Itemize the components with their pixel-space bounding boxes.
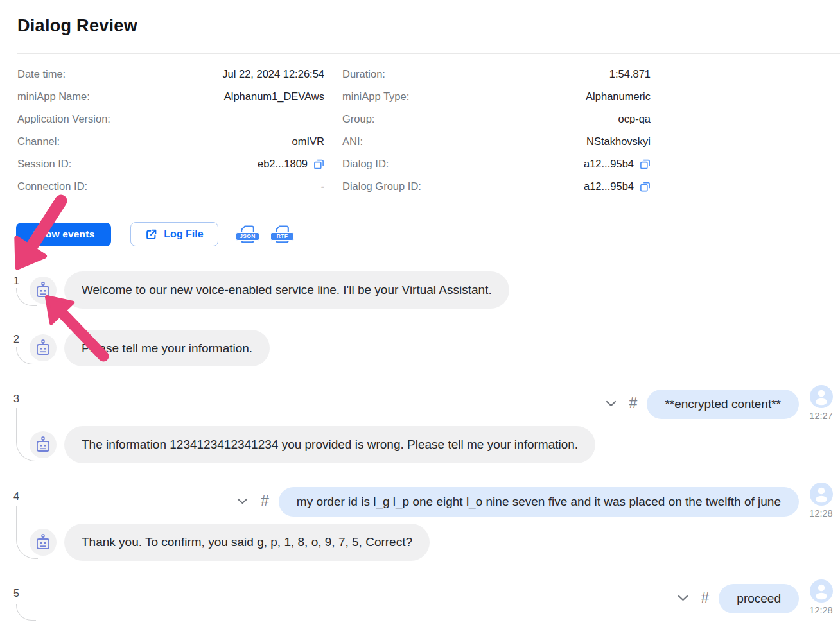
message-timestamp: 12:28	[809, 508, 832, 518]
show-events-button[interactable]: Show events	[16, 223, 111, 246]
meta-row-connection-id: Connection ID: -	[17, 175, 324, 198]
user-message-bubble: **encrypted content**	[647, 390, 799, 419]
page-title: Dialog Review	[17, 16, 840, 36]
chevron-down-icon	[606, 400, 617, 407]
meta-value: eb2...1809	[258, 158, 308, 170]
user-avatar-column: 12:27	[809, 385, 833, 421]
meta-value: Alphanumeric	[586, 90, 651, 103]
meta-row-dialog-id: Dialog ID: a12...95b4	[324, 153, 651, 175]
toolbar: Show events Log File JSON RTF	[16, 222, 840, 246]
expand-message-button[interactable]	[237, 498, 248, 504]
expand-message-button[interactable]	[678, 595, 688, 601]
dialog-turn-5: 5 # proceed 12:28	[0, 584, 840, 615]
hash-icon[interactable]: #	[261, 492, 269, 510]
bot-message-bubble: Welcome to our new voice-enabled service…	[64, 271, 509, 309]
robot-icon	[35, 282, 51, 298]
meta-label: miniApp Type:	[342, 90, 409, 103]
meta-row-channel: Channel: omIVR	[17, 130, 324, 153]
meta-value: Alphanum1_DEVAws	[224, 90, 324, 103]
robot-icon	[35, 339, 51, 356]
meta-row-duration: Duration: 1:54.871	[324, 63, 651, 85]
meta-row-session-id: Session ID: eb2...1809	[17, 153, 324, 175]
meta-label: Dialog Group ID:	[342, 180, 421, 193]
turn-number: 1	[13, 275, 19, 287]
bot-message-row: Please tell me your information.	[30, 330, 840, 367]
turn-bracket	[16, 506, 38, 559]
user-message-row: # **encrypted content** 12:27	[0, 390, 840, 421]
turn-bracket	[16, 347, 37, 364]
rtf-badge: RTF	[270, 232, 294, 241]
copy-icon	[640, 181, 651, 192]
meta-value: NStakhovskyi	[586, 135, 651, 148]
copy-session-id-button[interactable]	[313, 158, 324, 169]
meta-row-date-time: Date time: Jul 22, 2024 12:26:54	[17, 63, 324, 85]
download-json-button[interactable]: JSON	[238, 225, 258, 244]
bot-message-row: Welcome to our new voice-enabled service…	[30, 271, 840, 309]
turn-bracket	[16, 408, 38, 461]
user-message-row: # proceed 12:28	[0, 584, 840, 615]
meta-value: a12...95b4	[584, 180, 634, 193]
meta-value: 1:54.871	[609, 68, 651, 80]
user-avatar	[810, 579, 833, 603]
meta-row-miniapp-type: miniApp Type: Alphanumeric	[324, 85, 651, 108]
hash-icon[interactable]: #	[701, 589, 710, 606]
copy-icon	[313, 158, 324, 169]
bot-message-bubble: The information 1234123412341234 you pro…	[64, 426, 595, 463]
json-badge: JSON	[236, 232, 259, 241]
expand-message-button[interactable]	[606, 400, 617, 407]
person-icon	[810, 483, 833, 506]
person-icon	[810, 579, 833, 603]
copy-dialog-group-id-button[interactable]	[640, 181, 651, 192]
message-timestamp: 12:28	[809, 605, 832, 615]
message-timestamp: 12:27	[809, 411, 832, 421]
meta-label: ANI:	[342, 135, 363, 148]
meta-value: omIVR	[292, 135, 324, 148]
meta-value: Jul 22, 2024 12:26:54	[222, 68, 324, 80]
meta-label: Date time:	[17, 68, 66, 80]
turn-number: 5	[13, 588, 19, 599]
page-header: Dialog Review	[0, 0, 840, 36]
metadata-right-column: Duration: 1:54.871 miniApp Type: Alphanu…	[324, 63, 651, 198]
log-file-label: Log File	[164, 228, 203, 240]
log-file-button[interactable]: Log File	[130, 222, 218, 246]
turn-number: 2	[13, 334, 19, 345]
download-rtf-button[interactable]: RTF	[272, 225, 292, 244]
meta-row-dialog-group-id: Dialog Group ID: a12...95b4	[324, 175, 651, 198]
meta-row-ani: ANI: NStakhovskyi	[324, 130, 651, 153]
meta-label: Duration:	[342, 68, 385, 80]
header-divider	[17, 53, 840, 54]
user-message-bubble: my order id is l_g l_p one eight l_o nin…	[279, 487, 799, 517]
user-avatar	[810, 483, 833, 506]
meta-label: miniApp Name:	[17, 90, 90, 103]
bot-message-row: Thank you. To confirm, you said g, p, 1,…	[30, 524, 840, 561]
turn-number: 3	[13, 393, 19, 405]
dialog-turn-1: 1 Welcome to our new voice-enabled servi…	[0, 271, 840, 309]
dialog-metadata: Date time: Jul 22, 2024 12:26:54 miniApp…	[17, 63, 840, 198]
user-avatar	[810, 385, 833, 408]
hash-icon[interactable]: #	[629, 395, 638, 412]
dialog-turn-3: 3 # **encrypted content** 12:27	[0, 390, 840, 463]
person-icon	[810, 385, 833, 408]
turn-bracket	[16, 288, 37, 306]
meta-label: Channel:	[17, 135, 60, 148]
external-link-icon	[145, 228, 157, 241]
bot-message-bubble: Thank you. To confirm, you said g, p, 1,…	[64, 524, 430, 561]
meta-label: Dialog ID:	[342, 158, 389, 170]
meta-value: ocp-qa	[618, 113, 651, 125]
meta-value: a12...95b4	[584, 158, 634, 170]
meta-label: Application Version:	[17, 113, 110, 125]
meta-label: Session ID:	[17, 158, 71, 170]
user-message-bubble: proceed	[719, 584, 799, 613]
dialog-turn-2: 2 Please tell me your information.	[0, 330, 840, 367]
dialog-transcript: 1 Welcome to our new voice-enabled servi…	[0, 271, 840, 615]
meta-label: Group:	[342, 113, 374, 125]
bot-message-row: The information 1234123412341234 you pro…	[30, 426, 840, 463]
user-message-row: # my order id is l_g l_p one eight l_o n…	[0, 487, 840, 518]
chevron-down-icon	[678, 595, 688, 601]
metadata-left-column: Date time: Jul 22, 2024 12:26:54 miniApp…	[17, 63, 324, 198]
copy-dialog-id-button[interactable]	[640, 158, 651, 169]
user-avatar-column: 12:28	[809, 579, 833, 615]
meta-row-group: Group: ocp-qa	[324, 108, 651, 130]
meta-row-miniapp-name: miniApp Name: Alphanum1_DEVAws	[17, 85, 324, 108]
meta-label: Connection ID:	[17, 180, 87, 193]
